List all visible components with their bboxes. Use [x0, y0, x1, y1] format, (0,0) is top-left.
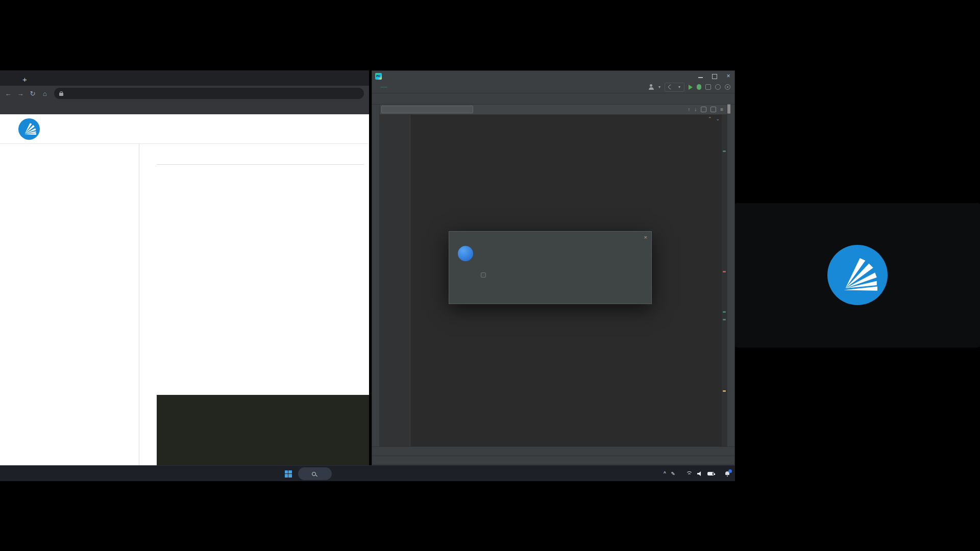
status-bar	[372, 456, 734, 465]
profiler-icon[interactable]	[705, 84, 711, 90]
find-bar: ↑ ↓ ≡ ×	[372, 105, 734, 115]
bookmarks-bar	[0, 101, 369, 114]
screen: + ← → ↻ ⌂	[0, 0, 980, 551]
find-input[interactable]	[381, 106, 473, 113]
pycharm-logo-icon: PC	[375, 73, 382, 80]
forward-icon[interactable]: →	[15, 90, 26, 97]
sciview-tool-icon[interactable]	[729, 104, 730, 114]
system-tray: ^ ✎	[664, 466, 730, 482]
find-next-icon[interactable]: ↓	[694, 107, 697, 112]
chrome-browser-window: + ← → ↻ ⌂	[0, 70, 369, 465]
content-column	[139, 144, 369, 465]
run-button[interactable]	[689, 85, 693, 90]
editor-gutter	[380, 115, 410, 446]
pycharm-title-bar: PC ×	[372, 71, 734, 81]
run-config-icon	[668, 84, 674, 90]
video-call-panel	[735, 0, 980, 551]
inspections-widget[interactable]: ⌃⌄	[708, 116, 720, 121]
back-icon[interactable]: ←	[3, 90, 13, 97]
windows-taskbar: ^ ✎	[0, 465, 735, 481]
site-logo[interactable]	[18, 118, 40, 140]
find-prev-icon[interactable]: ↑	[688, 107, 690, 112]
left-tool-strip	[372, 105, 380, 446]
dialog-close-icon[interactable]: ×	[644, 234, 647, 240]
minimize-icon[interactable]	[698, 73, 704, 79]
notification-badge	[728, 469, 732, 473]
find-filter-icon[interactable]	[701, 107, 706, 112]
tray-overflow-icon[interactable]: ^	[664, 471, 666, 477]
site-header	[0, 114, 369, 144]
new-tab-button[interactable]: +	[22, 75, 27, 84]
browser-tab-strip: +	[0, 70, 369, 86]
search-everywhere-icon[interactable]	[715, 84, 721, 90]
lock-icon	[59, 91, 63, 96]
web-page	[0, 114, 369, 465]
start-button[interactable]	[282, 467, 295, 480]
participant-avatar	[827, 245, 888, 305]
tool-window-bar	[372, 446, 734, 456]
find-in-selection-icon[interactable]	[710, 107, 716, 112]
right-tool-strip	[727, 105, 734, 446]
chevron-down-icon: ▾	[678, 85, 680, 89]
taskbar-search[interactable]	[298, 467, 332, 480]
battery-icon[interactable]	[707, 472, 714, 475]
notification-bell-icon[interactable]	[724, 471, 730, 477]
home-icon[interactable]: ⌂	[40, 90, 50, 97]
dont-ask-again-checkbox[interactable]	[481, 272, 489, 278]
volume-icon[interactable]	[697, 471, 702, 476]
user-icon[interactable]	[648, 84, 654, 90]
pen-icon[interactable]: ✎	[671, 471, 675, 477]
git-branch-chip[interactable]	[380, 87, 387, 88]
find-menu-icon[interactable]: ≡	[720, 107, 723, 112]
reload-icon[interactable]: ↻	[28, 90, 38, 97]
checkbox-icon[interactable]	[481, 272, 486, 278]
error-stripe[interactable]	[722, 115, 727, 446]
pycharm-toolbar: ▾ ▾	[372, 81, 734, 93]
page-body	[0, 144, 369, 465]
wifi-icon[interactable]	[685, 471, 692, 477]
maximize-icon[interactable]	[712, 73, 718, 79]
search-icon	[312, 472, 316, 476]
settings-gear-icon[interactable]	[725, 84, 730, 90]
divider	[157, 164, 364, 165]
question-icon	[458, 246, 473, 261]
close-icon[interactable]: ×	[725, 73, 731, 79]
participant-tile[interactable]	[735, 203, 980, 347]
web-code-block	[157, 395, 369, 465]
open-project-dialog: ×	[449, 231, 652, 304]
browser-toolbar: ← → ↻ ⌂	[0, 86, 369, 101]
editor-tab-bar	[372, 93, 734, 105]
run-configuration-select[interactable]: ▾	[665, 83, 684, 92]
debug-button[interactable]	[697, 84, 701, 90]
chevron-down-icon[interactable]: ▾	[658, 85, 660, 89]
address-bar[interactable]	[54, 88, 364, 99]
